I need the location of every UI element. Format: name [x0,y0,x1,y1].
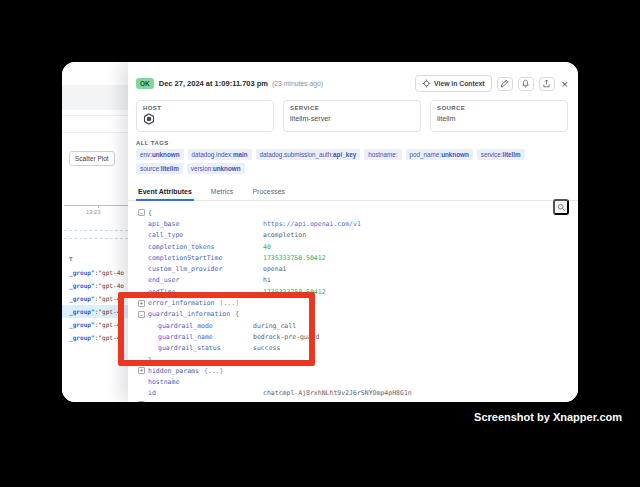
attribute-key[interactable]: call_type [148,231,263,239]
attribute-key[interactable]: hostname [148,378,263,386]
attribute-key[interactable]: hidden_params [148,367,199,375]
tag-list: env:unknowndatadog.index:maindatadog.sub… [128,149,578,174]
service-value: litellm-server [290,114,414,123]
summary-boxes: HOST SERVICE litellm-server SOURCE litel… [128,98,578,132]
tag-pill[interactable]: hostname: [364,149,401,160]
log-row[interactable]: _group":"gpt-4o [62,266,128,279]
divider [62,132,128,133]
gridline [64,230,128,231]
tag-pill[interactable]: env:unknown [136,149,184,160]
attribute-value: { [148,209,152,217]
log-row[interactable]: _group":"gpt-4o [62,279,128,292]
relative-time: (23 minutes ago) [272,80,323,87]
chart-x-axis [64,205,128,206]
attribute-row: api_basehttps://api.openai.com/v1 [136,218,578,229]
tab-event-attributes[interactable]: Event Attributes [136,183,194,201]
attribute-row: hostname [136,376,578,387]
tag-pill[interactable]: version:unknown [187,163,245,174]
view-in-context-label: View in Context [434,80,484,87]
tag-key: env: [140,151,152,158]
collapse-icon[interactable]: - [138,401,145,402]
tag-key: datadog.index: [192,151,233,158]
gridline [64,238,128,239]
pencil-icon [500,79,509,88]
log-row-value: :"gpt-4o [95,282,124,289]
attribute-key[interactable]: messages [148,401,179,402]
tag-key: pod_name: [410,151,442,158]
close-button[interactable]: × [562,79,568,89]
attribute-row: -messages[ [136,399,578,402]
tag-value: unknown [441,151,469,158]
tag-value: api_key [333,151,356,158]
service-label: SERVICE [290,105,414,111]
tag-pill[interactable]: service:litellm [477,149,525,160]
search-icon [557,203,566,212]
close-icon: × [562,79,568,89]
tag-value: unknown [152,151,180,158]
tag-value: litellm [161,165,179,172]
axis-tick [98,205,99,208]
tag-value: litellm [502,151,520,158]
source-value: litellm [437,114,561,123]
host-hexagon-icon [143,113,155,125]
attribute-key[interactable]: custom_llm_provider [148,265,263,273]
tag-key: version: [191,165,213,172]
expand-icon[interactable]: + [138,367,145,374]
red-highlight-annotation [118,292,315,366]
attribute-value: openai [263,265,286,273]
share-icon [542,79,551,88]
monitor-bell-button[interactable] [518,77,534,91]
log-row-key: _group" [69,269,95,276]
export-button[interactable] [539,77,555,91]
panel-header: OK Dec 27, 2024 at 1:09:11.703 pm (23 mi… [128,62,578,98]
attribute-row: custom_llm_provideropenai [136,263,578,274]
log-row-key: _group" [69,334,95,341]
axis-tick-label: 13:23 [86,209,101,215]
tab-processes[interactable]: Processes [250,183,287,200]
log-row-key: _group" [69,282,95,289]
tag-pill[interactable]: source:litellm [136,163,183,174]
tag-value: unknown [213,165,241,172]
tag-key: source: [140,165,161,172]
attribute-value: 1735333750.50412 [263,254,326,262]
attribute-key[interactable]: api_base [148,220,263,228]
host-label: HOST [143,105,267,111]
tag-value: main [233,151,248,158]
log-row-value: :"gpt-4o [95,269,124,276]
attribute-row: completion_tokens40 [136,241,578,252]
source-label: SOURCE [437,105,561,111]
attribute-row: idchatcmpl-Aj8rxhNLht9v2J6rSNYOmp4pH8G1n [136,388,578,399]
attribute-value: [ [184,401,188,402]
attribute-row: completionStartTime1735333750.50412 [136,252,578,263]
status-badge: OK [136,78,154,89]
search-attributes-button[interactable] [553,199,569,215]
attribute-value: {...} [204,367,224,375]
attribute-key[interactable]: completionStartTime [148,254,263,262]
log-row-key: _group" [69,308,95,315]
tag-pill[interactable]: pod_name:unknown [406,149,473,160]
view-in-context-button[interactable]: View in Context [415,75,491,92]
collapse-icon[interactable]: - [138,209,145,216]
attribute-value: 40 [263,243,271,251]
host-box[interactable]: HOST [136,100,274,132]
source-box[interactable]: SOURCE litellm [430,100,568,132]
tag-key: service: [481,151,503,158]
event-timestamp: Dec 27, 2024 at 1:09:11.703 pm [159,79,268,88]
list-column-header: T [69,256,73,262]
service-box[interactable]: SERVICE litellm-server [283,100,421,132]
log-row-key: _group" [69,295,95,302]
attribute-key[interactable]: completion_tokens [148,243,263,251]
tag-pill[interactable]: datadog.index:main [188,149,252,160]
attribute-key[interactable]: end_user [148,276,263,284]
tag-key: hostname: [368,151,397,158]
divider [62,115,128,116]
attribute-key[interactable]: id [148,389,263,397]
all-tags-label: ALL TAGS [128,140,578,146]
edit-button[interactable] [497,77,513,91]
scatter-plot-button[interactable]: Scatter Plot [69,151,115,166]
attribute-value[interactable]: https://api.openai.com/v1 [263,220,361,228]
tag-pill[interactable]: datadog.submission_auth:api_key [256,149,361,160]
attribute-row: -{ [136,207,578,218]
bell-icon [521,79,530,88]
tab-metrics[interactable]: Metrics [209,183,236,200]
